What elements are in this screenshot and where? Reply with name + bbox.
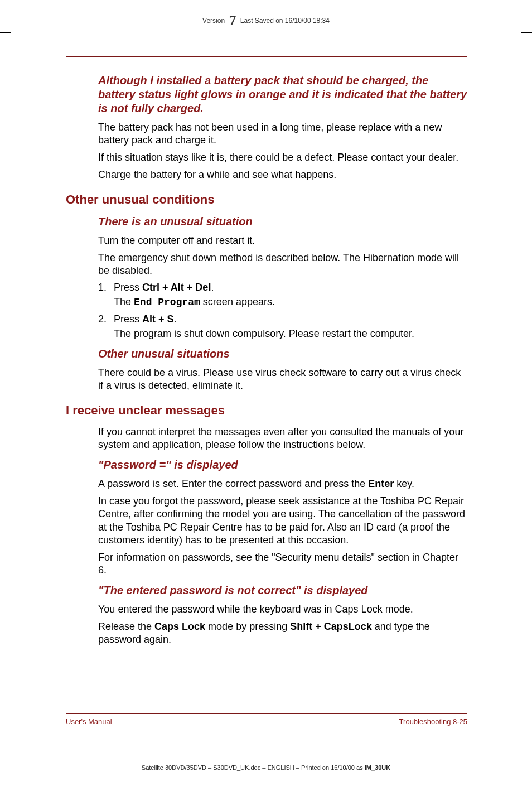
- heading-battery: Although I installed a battery pack that…: [98, 74, 467, 115]
- crop-mark: [477, 0, 477, 10]
- text: Press: [114, 282, 142, 293]
- crop-mark: [521, 753, 532, 753]
- crop-mark: [521, 32, 532, 33]
- crop-mark: [56, 776, 56, 786]
- heading-unclear-messages: I receive unclear messages: [66, 403, 467, 418]
- key-name: Enter: [368, 478, 394, 489]
- crop-mark: [0, 32, 11, 33]
- version-label: Version: [202, 17, 225, 25]
- bottom-meta-text: Satellite 30DVD/35DVD – S30DVD_UK.doc – …: [142, 764, 365, 771]
- paragraph: If you cannot interpret the messages eve…: [98, 426, 467, 451]
- list-item: 2.Press Alt + S.: [98, 314, 467, 325]
- screen-name: End Program: [134, 297, 200, 308]
- list-subtext: The End Program screen appears.: [114, 296, 467, 309]
- page-footer: User's Manual Troubleshooting 8-25: [66, 713, 467, 726]
- paragraph: The emergency shut down method is descri…: [98, 252, 467, 277]
- key-combo: Alt + S: [142, 314, 174, 325]
- text: A password is set. Enter the correct pas…: [98, 478, 368, 489]
- text: .: [211, 282, 214, 293]
- crop-mark: [477, 776, 477, 786]
- footer-rule: [66, 713, 467, 714]
- heading-unusual-situation: There is an unusual situation: [98, 215, 467, 229]
- list-number: 2.: [98, 314, 114, 325]
- paragraph: The battery pack has not been used in a …: [98, 121, 467, 147]
- footer-right: Troubleshooting 8-25: [399, 717, 467, 726]
- key-combo: Shift + CapsLock: [290, 621, 372, 632]
- paragraph: Charge the battery for a while and see w…: [98, 168, 467, 181]
- text: .: [174, 314, 177, 325]
- list-subtext: The program is shut down compulsory. Ple…: [114, 327, 467, 340]
- paragraph: Release the Caps Lock mode by pressing S…: [98, 620, 467, 646]
- text: key.: [394, 478, 414, 489]
- heading-password-incorrect: "The entered password is not correct" is…: [98, 584, 467, 597]
- crop-mark: [56, 0, 56, 10]
- version-number: 7: [226, 12, 238, 28]
- text: Press: [114, 314, 142, 325]
- heading-password-displayed: "Password =" is displayed: [98, 458, 467, 472]
- list-item: 1.Press Ctrl + Alt + Del.: [98, 282, 467, 293]
- paragraph: If this situation stays like it is, ther…: [98, 151, 467, 164]
- paragraph: For information on passwords, see the "S…: [98, 551, 467, 577]
- bottom-meta: Satellite 30DVD/35DVD – S30DVD_UK.doc – …: [0, 764, 532, 771]
- key-combo: Ctrl + Alt + Del: [142, 282, 211, 293]
- text: The: [114, 296, 134, 307]
- header-meta: Version 7 Last Saved on 16/10/00 18:34: [0, 12, 532, 29]
- text: Release the: [98, 621, 154, 632]
- crop-mark: [0, 753, 11, 753]
- bottom-meta-bold: IM_30UK: [365, 764, 390, 771]
- paragraph: Turn the computer off and restart it.: [98, 234, 467, 247]
- heading-unusual-conditions: Other unusual conditions: [66, 192, 467, 207]
- heading-other-unusual: Other unusual situations: [98, 347, 467, 361]
- list-number: 1.: [98, 282, 114, 293]
- footer-left: User's Manual: [66, 717, 112, 726]
- paragraph: A password is set. Enter the correct pas…: [98, 478, 467, 490]
- saved-label: Last Saved on 16/10/00 18:34: [240, 17, 330, 25]
- paragraph: There could be a virus. Please use virus…: [98, 367, 467, 392]
- text: screen appears.: [200, 296, 275, 307]
- key-name: Caps Lock: [154, 621, 205, 632]
- text: mode by pressing: [205, 621, 290, 632]
- paragraph: You entered the password while the keybo…: [98, 603, 467, 616]
- page-content: Although I installed a battery pack that…: [66, 56, 467, 650]
- paragraph: In case you forgot the password, please …: [98, 495, 467, 546]
- top-rule: [66, 56, 467, 57]
